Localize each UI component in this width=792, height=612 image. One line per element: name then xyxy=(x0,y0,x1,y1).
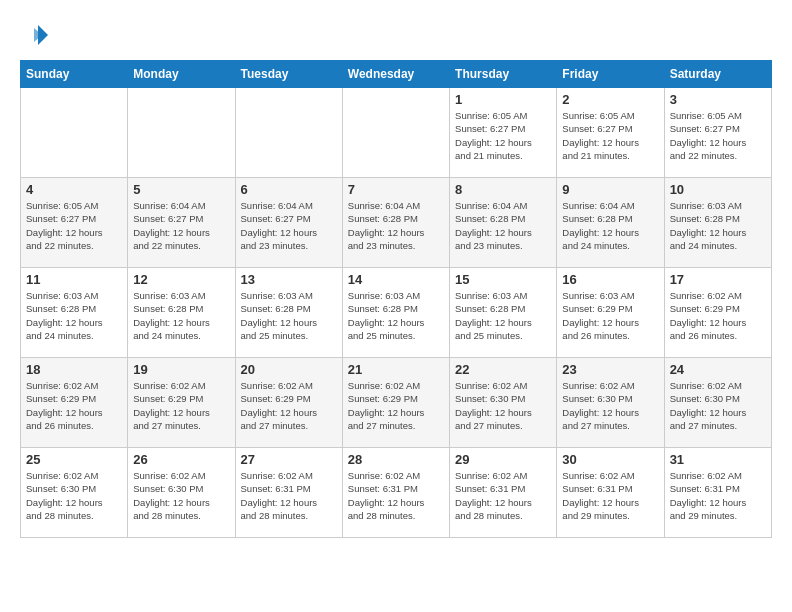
calendar-cell xyxy=(21,88,128,178)
day-detail: Sunrise: 6:04 AM Sunset: 6:27 PM Dayligh… xyxy=(241,199,337,252)
calendar-cell: 26Sunrise: 6:02 AM Sunset: 6:30 PM Dayli… xyxy=(128,448,235,538)
weekday-header-saturday: Saturday xyxy=(664,61,771,88)
calendar-cell: 11Sunrise: 6:03 AM Sunset: 6:28 PM Dayli… xyxy=(21,268,128,358)
day-detail: Sunrise: 6:02 AM Sunset: 6:29 PM Dayligh… xyxy=(241,379,337,432)
day-detail: Sunrise: 6:04 AM Sunset: 6:28 PM Dayligh… xyxy=(348,199,444,252)
calendar-cell: 19Sunrise: 6:02 AM Sunset: 6:29 PM Dayli… xyxy=(128,358,235,448)
week-row-1: 1Sunrise: 6:05 AM Sunset: 6:27 PM Daylig… xyxy=(21,88,772,178)
day-number: 12 xyxy=(133,272,229,287)
day-number: 30 xyxy=(562,452,658,467)
day-number: 31 xyxy=(670,452,766,467)
calendar-cell xyxy=(128,88,235,178)
calendar-table: SundayMondayTuesdayWednesdayThursdayFrid… xyxy=(20,60,772,538)
day-number: 14 xyxy=(348,272,444,287)
day-number: 4 xyxy=(26,182,122,197)
calendar-cell: 3Sunrise: 6:05 AM Sunset: 6:27 PM Daylig… xyxy=(664,88,771,178)
week-row-5: 25Sunrise: 6:02 AM Sunset: 6:30 PM Dayli… xyxy=(21,448,772,538)
day-number: 11 xyxy=(26,272,122,287)
day-detail: Sunrise: 6:03 AM Sunset: 6:28 PM Dayligh… xyxy=(670,199,766,252)
day-detail: Sunrise: 6:02 AM Sunset: 6:29 PM Dayligh… xyxy=(670,289,766,342)
day-detail: Sunrise: 6:03 AM Sunset: 6:28 PM Dayligh… xyxy=(348,289,444,342)
day-detail: Sunrise: 6:02 AM Sunset: 6:30 PM Dayligh… xyxy=(455,379,551,432)
day-number: 17 xyxy=(670,272,766,287)
day-detail: Sunrise: 6:02 AM Sunset: 6:29 PM Dayligh… xyxy=(26,379,122,432)
weekday-header-thursday: Thursday xyxy=(450,61,557,88)
day-number: 25 xyxy=(26,452,122,467)
day-detail: Sunrise: 6:03 AM Sunset: 6:29 PM Dayligh… xyxy=(562,289,658,342)
calendar-cell: 8Sunrise: 6:04 AM Sunset: 6:28 PM Daylig… xyxy=(450,178,557,268)
day-detail: Sunrise: 6:02 AM Sunset: 6:31 PM Dayligh… xyxy=(348,469,444,522)
logo-icon xyxy=(20,20,50,50)
day-detail: Sunrise: 6:02 AM Sunset: 6:31 PM Dayligh… xyxy=(562,469,658,522)
day-number: 5 xyxy=(133,182,229,197)
day-number: 28 xyxy=(348,452,444,467)
day-number: 2 xyxy=(562,92,658,107)
day-detail: Sunrise: 6:02 AM Sunset: 6:30 PM Dayligh… xyxy=(562,379,658,432)
day-detail: Sunrise: 6:02 AM Sunset: 6:29 PM Dayligh… xyxy=(348,379,444,432)
week-row-3: 11Sunrise: 6:03 AM Sunset: 6:28 PM Dayli… xyxy=(21,268,772,358)
calendar-cell: 23Sunrise: 6:02 AM Sunset: 6:30 PM Dayli… xyxy=(557,358,664,448)
calendar-cell: 1Sunrise: 6:05 AM Sunset: 6:27 PM Daylig… xyxy=(450,88,557,178)
day-detail: Sunrise: 6:03 AM Sunset: 6:28 PM Dayligh… xyxy=(455,289,551,342)
calendar-cell: 30Sunrise: 6:02 AM Sunset: 6:31 PM Dayli… xyxy=(557,448,664,538)
day-number: 18 xyxy=(26,362,122,377)
calendar-cell xyxy=(342,88,449,178)
day-number: 20 xyxy=(241,362,337,377)
logo xyxy=(20,20,54,50)
calendar-cell: 14Sunrise: 6:03 AM Sunset: 6:28 PM Dayli… xyxy=(342,268,449,358)
day-detail: Sunrise: 6:04 AM Sunset: 6:28 PM Dayligh… xyxy=(562,199,658,252)
calendar-cell: 25Sunrise: 6:02 AM Sunset: 6:30 PM Dayli… xyxy=(21,448,128,538)
calendar-cell: 12Sunrise: 6:03 AM Sunset: 6:28 PM Dayli… xyxy=(128,268,235,358)
day-detail: Sunrise: 6:05 AM Sunset: 6:27 PM Dayligh… xyxy=(455,109,551,162)
day-number: 22 xyxy=(455,362,551,377)
day-number: 10 xyxy=(670,182,766,197)
day-number: 7 xyxy=(348,182,444,197)
weekday-header-wednesday: Wednesday xyxy=(342,61,449,88)
weekday-header-sunday: Sunday xyxy=(21,61,128,88)
day-detail: Sunrise: 6:02 AM Sunset: 6:31 PM Dayligh… xyxy=(455,469,551,522)
weekday-header-row: SundayMondayTuesdayWednesdayThursdayFrid… xyxy=(21,61,772,88)
day-number: 23 xyxy=(562,362,658,377)
day-detail: Sunrise: 6:03 AM Sunset: 6:28 PM Dayligh… xyxy=(133,289,229,342)
calendar-cell: 7Sunrise: 6:04 AM Sunset: 6:28 PM Daylig… xyxy=(342,178,449,268)
day-detail: Sunrise: 6:02 AM Sunset: 6:31 PM Dayligh… xyxy=(670,469,766,522)
calendar-cell: 10Sunrise: 6:03 AM Sunset: 6:28 PM Dayli… xyxy=(664,178,771,268)
calendar-cell: 6Sunrise: 6:04 AM Sunset: 6:27 PM Daylig… xyxy=(235,178,342,268)
day-detail: Sunrise: 6:02 AM Sunset: 6:30 PM Dayligh… xyxy=(133,469,229,522)
day-number: 19 xyxy=(133,362,229,377)
day-number: 26 xyxy=(133,452,229,467)
week-row-2: 4Sunrise: 6:05 AM Sunset: 6:27 PM Daylig… xyxy=(21,178,772,268)
calendar-body: 1Sunrise: 6:05 AM Sunset: 6:27 PM Daylig… xyxy=(21,88,772,538)
calendar-cell: 31Sunrise: 6:02 AM Sunset: 6:31 PM Dayli… xyxy=(664,448,771,538)
day-detail: Sunrise: 6:02 AM Sunset: 6:30 PM Dayligh… xyxy=(670,379,766,432)
day-detail: Sunrise: 6:05 AM Sunset: 6:27 PM Dayligh… xyxy=(26,199,122,252)
day-detail: Sunrise: 6:02 AM Sunset: 6:30 PM Dayligh… xyxy=(26,469,122,522)
calendar-cell: 16Sunrise: 6:03 AM Sunset: 6:29 PM Dayli… xyxy=(557,268,664,358)
calendar-cell: 27Sunrise: 6:02 AM Sunset: 6:31 PM Dayli… xyxy=(235,448,342,538)
week-row-4: 18Sunrise: 6:02 AM Sunset: 6:29 PM Dayli… xyxy=(21,358,772,448)
calendar-cell: 22Sunrise: 6:02 AM Sunset: 6:30 PM Dayli… xyxy=(450,358,557,448)
page-header xyxy=(20,20,772,50)
day-number: 27 xyxy=(241,452,337,467)
day-number: 13 xyxy=(241,272,337,287)
day-detail: Sunrise: 6:02 AM Sunset: 6:29 PM Dayligh… xyxy=(133,379,229,432)
calendar-cell: 17Sunrise: 6:02 AM Sunset: 6:29 PM Dayli… xyxy=(664,268,771,358)
day-detail: Sunrise: 6:04 AM Sunset: 6:28 PM Dayligh… xyxy=(455,199,551,252)
weekday-header-monday: Monday xyxy=(128,61,235,88)
day-detail: Sunrise: 6:03 AM Sunset: 6:28 PM Dayligh… xyxy=(241,289,337,342)
day-number: 16 xyxy=(562,272,658,287)
day-detail: Sunrise: 6:03 AM Sunset: 6:28 PM Dayligh… xyxy=(26,289,122,342)
day-number: 8 xyxy=(455,182,551,197)
calendar-cell: 18Sunrise: 6:02 AM Sunset: 6:29 PM Dayli… xyxy=(21,358,128,448)
day-detail: Sunrise: 6:02 AM Sunset: 6:31 PM Dayligh… xyxy=(241,469,337,522)
day-number: 6 xyxy=(241,182,337,197)
day-detail: Sunrise: 6:05 AM Sunset: 6:27 PM Dayligh… xyxy=(670,109,766,162)
calendar-cell: 2Sunrise: 6:05 AM Sunset: 6:27 PM Daylig… xyxy=(557,88,664,178)
weekday-header-tuesday: Tuesday xyxy=(235,61,342,88)
day-number: 1 xyxy=(455,92,551,107)
calendar-cell xyxy=(235,88,342,178)
calendar-cell: 9Sunrise: 6:04 AM Sunset: 6:28 PM Daylig… xyxy=(557,178,664,268)
day-number: 24 xyxy=(670,362,766,377)
calendar-cell: 21Sunrise: 6:02 AM Sunset: 6:29 PM Dayli… xyxy=(342,358,449,448)
day-number: 15 xyxy=(455,272,551,287)
